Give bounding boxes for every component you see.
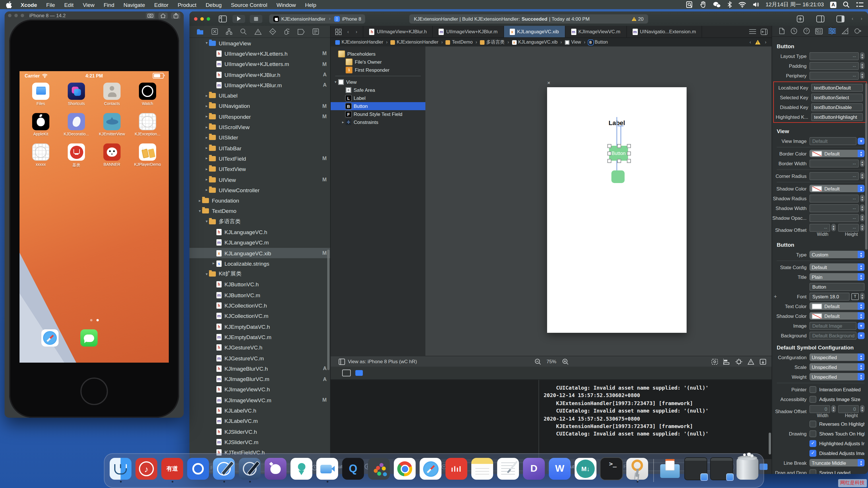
disclosure-icon[interactable]: ▸ — [205, 156, 209, 161]
stepper-control[interactable]: ▲▼ — [860, 172, 865, 180]
selection-handle[interactable] — [608, 152, 611, 156]
value-field[interactable]: -- — [809, 204, 859, 212]
text-field[interactable]: textButtonDefault — [811, 84, 863, 92]
menu-item-help[interactable]: Help — [301, 1, 321, 8]
file-row[interactable]: ▾TextDemo — [189, 206, 330, 217]
debug-navigator-icon[interactable] — [284, 28, 290, 35]
trash-dock-icon[interactable] — [737, 458, 758, 480]
file-row[interactable]: hKJImageBlurVC.hA — [189, 363, 330, 374]
disclosure-icon[interactable]: ▸ — [205, 93, 209, 98]
apple-menu-icon[interactable] — [5, 1, 12, 8]
keychain-dock-icon[interactable] — [626, 458, 648, 480]
file-row[interactable]: ▸UINavigationM — [189, 101, 330, 111]
attributes-inspector-icon[interactable] — [829, 28, 836, 34]
menu-item-editor[interactable]: Editor — [150, 1, 173, 8]
editor-tab[interactable]: xKJLanguageVC.xib — [504, 26, 565, 37]
doc-search-icon[interactable] — [686, 1, 693, 8]
xcode-dock-icon[interactable] — [213, 458, 235, 480]
home-app[interactable]: KJException... — [130, 113, 165, 136]
stepper-control[interactable]: ▲▼ — [860, 62, 865, 69]
test-navigator-icon[interactable] — [269, 28, 276, 35]
disclosure-icon[interactable]: ▸ — [205, 167, 209, 171]
file-row[interactable]: mKJSliderVC.m — [189, 437, 330, 448]
connections-inspector-icon[interactable] — [854, 28, 861, 34]
canvas-green-view[interactable] — [611, 170, 625, 183]
dock-item[interactable] — [736, 458, 759, 483]
file-row[interactable]: xKJLanguageVC.xibM — [189, 248, 330, 259]
menu-item-file[interactable]: File — [42, 1, 60, 8]
dock-item[interactable] — [710, 457, 733, 483]
outline-row-safe-area[interactable]: Safe Area — [331, 86, 425, 94]
file-row[interactable]: ▸UIResponderM — [189, 111, 330, 122]
dock-item[interactable] — [264, 458, 287, 483]
home-app[interactable]: KJPlayerDemo — [130, 143, 165, 168]
zoom-out-icon[interactable] — [534, 358, 541, 365]
checkbox[interactable] — [809, 396, 816, 402]
stepper-control[interactable]: ▲▼ — [860, 405, 865, 413]
dock-item[interactable] — [187, 458, 210, 483]
file-inspector-icon[interactable] — [779, 28, 785, 34]
project-navigator-icon[interactable] — [196, 28, 204, 35]
dock-item[interactable]: 有道 — [161, 458, 184, 483]
checkbox[interactable]: ✓ — [809, 450, 816, 456]
file-row[interactable]: ▸Foundation — [189, 195, 330, 206]
selection-handle[interactable] — [627, 159, 631, 163]
simulator-title-bar[interactable]: iPhone 8 — 14.2 — [5, 11, 184, 20]
issue-warning-icon[interactable] — [755, 40, 761, 45]
zoom-level[interactable]: 75% — [547, 359, 556, 364]
youdao-dock-icon[interactable]: 有道 — [161, 458, 183, 480]
sim-zoom-button[interactable] — [21, 14, 24, 17]
sim-minimize-button[interactable] — [14, 14, 18, 17]
breadcrumb-item[interactable]: xKJLanguageVC.xib — [512, 40, 557, 45]
dropdown-chevron-icon[interactable]: ▼ — [858, 137, 865, 144]
selection-handle[interactable] — [627, 144, 631, 148]
file-row[interactable]: mKJEmptyDataVC.m — [189, 332, 330, 343]
chrome-dock-icon[interactable] — [394, 458, 415, 480]
issue-prev-icon[interactable]: ‹ — [749, 40, 751, 45]
minwin-dock-icon[interactable] — [684, 457, 707, 480]
checkbox[interactable] — [809, 420, 816, 427]
resolve-issues-icon[interactable] — [747, 358, 754, 365]
cow-app-icon[interactable] — [103, 143, 121, 161]
editor-options-icon[interactable] — [815, 14, 825, 23]
file-row[interactable]: mKJButtonVC.m — [189, 290, 330, 300]
file-row[interactable]: hKJButtonVC.h — [189, 280, 330, 290]
disclosure-icon[interactable]: ▸ — [205, 177, 209, 182]
finder-dock-icon[interactable] — [110, 458, 131, 480]
home-app[interactable]: KJEmitterView — [94, 113, 130, 136]
dock-item[interactable]: Q — [342, 458, 365, 483]
dock-item[interactable] — [109, 458, 132, 483]
dock-item[interactable] — [290, 458, 313, 483]
shortcuts-app-icon[interactable] — [68, 83, 85, 100]
sim-share-button[interactable] — [171, 12, 180, 19]
outline-row-round-style-text-field[interactable]: FRound Style Text Field — [331, 110, 425, 118]
selection-handle[interactable] — [608, 159, 611, 163]
dock-item[interactable]: D — [522, 458, 546, 483]
wire-app-icon[interactable] — [139, 113, 156, 130]
artboard-close-icon[interactable]: ✕ — [547, 81, 551, 86]
file-row[interactable]: mUIImageView+KJBlur.mA — [189, 80, 330, 90]
identity-inspector-icon[interactable] — [815, 28, 823, 34]
file-row[interactable]: mKJLanguageVC.m — [189, 237, 330, 248]
textedit-dock-icon[interactable] — [497, 458, 519, 480]
editor-tab[interactable]: hUIImageView+KJBlur.h — [364, 26, 433, 37]
file-row[interactable]: ▸UITextView — [189, 164, 330, 174]
navigator-toggle-icon[interactable] — [218, 14, 228, 23]
symbol-navigator-icon[interactable] — [226, 28, 232, 35]
popup-button[interactable]: Default▲▼ — [809, 263, 865, 271]
file-row[interactable]: mKJImageViewVC.mM — [189, 395, 330, 405]
dock-item[interactable] — [419, 458, 442, 483]
popup-button[interactable]: Unspecified▲▼ — [809, 373, 865, 381]
menu-item-debug[interactable]: Debug — [201, 1, 226, 8]
dock-item[interactable]: W — [548, 458, 571, 483]
control-center-icon[interactable] — [856, 2, 863, 7]
contacts-app-icon[interactable] — [103, 83, 121, 100]
file-row[interactable]: hKJSliderVC.h — [189, 426, 330, 437]
dropdown-chevron-icon[interactable]: ▼ — [858, 322, 865, 329]
breadcrumb-item[interactable]: View — [565, 40, 581, 45]
source-control-navigator-icon[interactable] — [211, 28, 218, 35]
dock-item[interactable]: ♪ — [135, 458, 158, 483]
value-field[interactable]: -- — [809, 214, 859, 222]
library-plus-icon[interactable] — [795, 14, 805, 23]
mweb-dock-icon[interactable]: M↓ — [575, 458, 596, 480]
